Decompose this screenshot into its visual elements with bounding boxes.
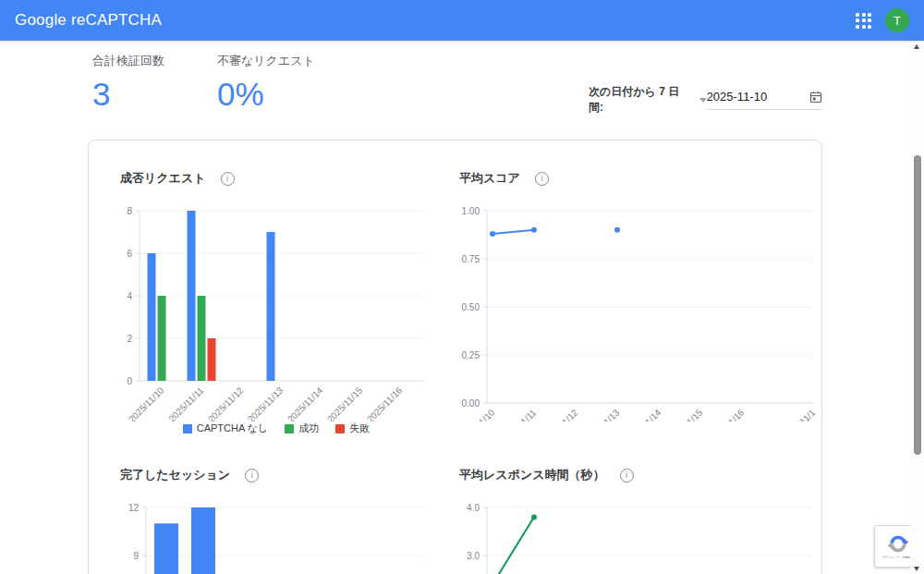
y-tick-label: 2: [127, 334, 132, 344]
y-tick-label: 4.0: [467, 503, 480, 513]
legend-swatch-icon: [335, 424, 345, 434]
badge-privacy-terms: プライバシー - 利用規約: [882, 556, 914, 559]
chart-panel-average-score: 平均スコア i 0.000.250.500.751.002025/11/1020…: [448, 170, 821, 421]
data-point: [614, 227, 620, 233]
date-input[interactable]: 2025-11-10: [707, 90, 822, 110]
info-icon[interactable]: i: [221, 172, 235, 186]
x-tick-label: 2025/11/11: [166, 385, 205, 421]
bar: [158, 296, 166, 381]
data-point: [531, 227, 537, 233]
bar: [191, 507, 215, 574]
bar: [188, 211, 196, 381]
y-tick-label: 1.00: [462, 206, 480, 216]
chart-panel-average-response-time: 平均レスポンス時間（秒） i 3.04.02025/11/102025/11/1…: [448, 467, 821, 574]
chart-title: 平均レスポンス時間（秒）: [459, 467, 605, 483]
legend-swatch-icon: [285, 424, 294, 434]
scroll-up-icon[interactable]: [914, 44, 919, 49]
x-tick-label: 2025/11/1: [782, 407, 818, 421]
stat-label: 合計検証回数: [92, 53, 164, 69]
app-bar: Google reCAPTCHA T: [0, 0, 924, 41]
y-tick-label: 3.0: [467, 551, 480, 561]
y-tick-label: 4: [127, 291, 132, 301]
y-tick-label: 0.75: [462, 254, 480, 264]
stat-value: 3: [92, 78, 164, 110]
bar: [208, 338, 216, 381]
data-point: [490, 231, 495, 237]
x-tick-label: 2025/11/10: [457, 407, 497, 421]
y-tick-label: 0.25: [462, 350, 480, 360]
stat-label: 不審なリクエスト: [217, 53, 315, 69]
stat-total-verifications: 合計検証回数 3: [92, 53, 164, 110]
x-tick-label: 2025/11/13: [582, 407, 622, 421]
date-filter: 次の日付から 7 日間: 2025-11-10: [589, 87, 822, 113]
x-tick-label: 2025/11/10: [127, 385, 166, 421]
x-tick-label: 2025/11/15: [325, 385, 365, 421]
y-tick-label: 9: [133, 551, 139, 561]
y-tick-label: 6: [127, 249, 132, 259]
data-point: [531, 514, 537, 519]
bar: [198, 296, 206, 381]
legend-label: CAPTCHA なし: [197, 421, 269, 435]
chart-panel-completed-sessions: 完了したセッション i 9122025/11/102025/11/112025/…: [109, 467, 431, 574]
info-icon[interactable]: i: [620, 469, 634, 482]
x-tick-label: 2025/11/14: [624, 407, 663, 421]
stat-value: 0%: [217, 78, 315, 110]
y-tick-label: 0: [127, 376, 132, 386]
bar-chart-svg: 024682025/11/102025/11/112025/11/122025/…: [109, 196, 431, 421]
legend-item: CAPTCHA なし: [183, 421, 269, 435]
chart-panel-requests: 成否リクエスト i 024682025/11/102025/11/112025/…: [109, 170, 431, 435]
legend-item: 成功: [285, 421, 319, 435]
calendar-icon[interactable]: [809, 91, 822, 104]
bar-chart-svg: 9122025/11/102025/11/112025/11/122025/11…: [109, 493, 431, 574]
legend-label: 成功: [298, 421, 319, 435]
x-tick-label: 2025/11/14: [286, 385, 325, 421]
scrollbar-thumb[interactable]: [914, 155, 921, 455]
line-chart-svg: 3.04.02025/11/102025/11/112025/11/122025…: [448, 493, 821, 574]
x-tick-label: 2025/11/16: [707, 407, 747, 421]
scroll-down-icon[interactable]: [914, 567, 919, 571]
y-tick-label: 0.00: [462, 398, 480, 409]
bar: [267, 232, 275, 381]
legend-item: 失敗: [335, 421, 370, 435]
info-icon[interactable]: i: [245, 469, 259, 482]
apps-grid-icon[interactable]: [856, 13, 871, 29]
chevron-down-icon[interactable]: [699, 98, 707, 103]
y-tick-label: 8: [127, 206, 132, 216]
avatar[interactable]: T: [885, 8, 909, 32]
chart-title: 成否リクエスト: [120, 170, 206, 187]
x-tick-label: 2025/11/13: [246, 385, 286, 421]
recaptcha-logo-icon: [887, 532, 909, 555]
chart-title: 完了したセッション: [120, 467, 230, 483]
scrollbar: [910, 42, 924, 574]
y-tick-label: 0.50: [462, 302, 480, 312]
legend-label: 失敗: [349, 421, 370, 435]
line-path: [492, 230, 534, 234]
x-tick-label: 2025/11/11: [499, 407, 538, 421]
chart-title: 平均スコア: [459, 170, 520, 187]
x-tick-label: 2025/11/15: [665, 407, 705, 421]
line-path: [492, 517, 534, 574]
x-tick-label: 2025/11/12: [206, 385, 246, 421]
x-tick-label: 2025/11/16: [365, 385, 405, 421]
bar: [148, 253, 156, 381]
legend-swatch-icon: [183, 424, 192, 434]
app-title: Google reCAPTCHA: [15, 11, 162, 30]
stat-suspicious-requests: 不審なリクエスト 0%: [217, 53, 315, 110]
date-range-dropdown[interactable]: 次の日付から 7 日間:: [589, 84, 694, 116]
line-chart-svg: 0.000.250.500.751.002025/11/102025/11/11…: [448, 196, 821, 421]
info-icon[interactable]: i: [535, 172, 549, 186]
x-tick-label: 2025/11/12: [541, 407, 580, 421]
date-value: 2025-11-10: [707, 90, 768, 104]
y-tick-label: 12: [128, 503, 140, 513]
chart-legend: CAPTCHA なし成功失敗: [109, 421, 431, 435]
bar: [154, 523, 178, 574]
